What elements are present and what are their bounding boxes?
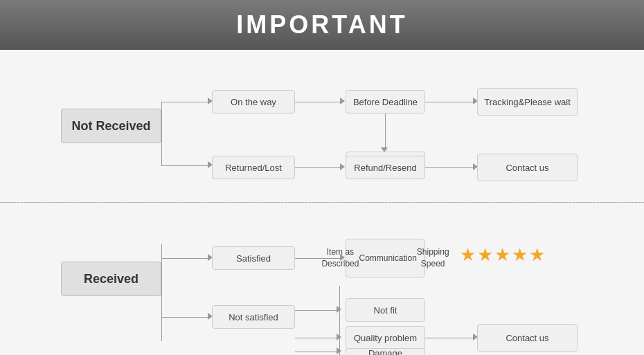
section-received: Received Satisfied Item as Described Com… <box>0 203 644 355</box>
category-received: Received <box>61 262 161 296</box>
arrow-damage-h <box>337 347 341 354</box>
star-4: ★ <box>512 244 528 266</box>
box-damage: Damage (Record an unpacking video) <box>346 348 425 355</box>
box-before-deadline: Before Deadline <box>346 90 425 113</box>
branch-vertical-before <box>385 113 386 149</box>
branch-vertical-received <box>161 244 162 341</box>
branch-vertical-1 <box>161 102 162 165</box>
arrow-quality-h <box>337 334 341 340</box>
line-to-satisfied <box>161 258 210 259</box>
box-contact-us-2: Contact us <box>477 324 578 352</box>
page-title: IMPORTANT <box>236 10 407 39</box>
header: IMPORTANT <box>0 0 644 50</box>
arrow-notfit-h <box>337 306 341 313</box>
main-content: Not Received On the way Before Deadline <box>0 50 644 355</box>
box-item-described: Item as Described Communication Shipping… <box>346 239 425 277</box>
branch-vertical-notsatisfied <box>339 286 340 355</box>
line-category-branch1 <box>161 102 210 102</box>
line-refund-contact <box>425 167 475 168</box>
star-5: ★ <box>529 244 545 266</box>
line-to-notsatisfied <box>161 317 210 318</box>
box-contact-us-1: Contact us <box>477 154 578 181</box>
box-not-fit: Not fit <box>346 298 425 322</box>
section-not-received: Not Received On the way Before Deadline <box>0 50 644 202</box>
line-quality-contact <box>425 338 475 338</box>
box-not-satisfied: Not satisfied <box>212 305 295 329</box>
damage-label: Damage <box>348 347 422 355</box>
box-returned: Returned/Lost <box>212 156 295 179</box>
line-before-tracking <box>425 102 475 102</box>
line-returned-refund <box>295 167 342 168</box>
box-tracking: Tracking&Please wait <box>477 88 578 116</box>
star-1: ★ <box>460 244 476 266</box>
line-to-damage <box>295 352 339 352</box>
category-not-received: Not Received <box>61 109 161 143</box>
arrow-refund <box>340 163 345 170</box>
star-3: ★ <box>494 244 510 266</box>
line-to-quality <box>295 338 339 338</box>
box-quality-problem: Quality problem <box>346 326 425 349</box>
box-on-the-way: On the way <box>212 90 295 113</box>
box-satisfied: Satisfied <box>212 246 295 270</box>
line-to-notfit <box>295 310 339 311</box>
box-refund: Refund/Resend <box>346 156 425 179</box>
star-2: ★ <box>477 244 493 266</box>
arrow-before <box>340 98 345 104</box>
stars-container: ★ ★ ★ ★ ★ <box>460 244 545 266</box>
line-onway-before <box>295 102 342 102</box>
line-to-branch2 <box>161 165 210 166</box>
